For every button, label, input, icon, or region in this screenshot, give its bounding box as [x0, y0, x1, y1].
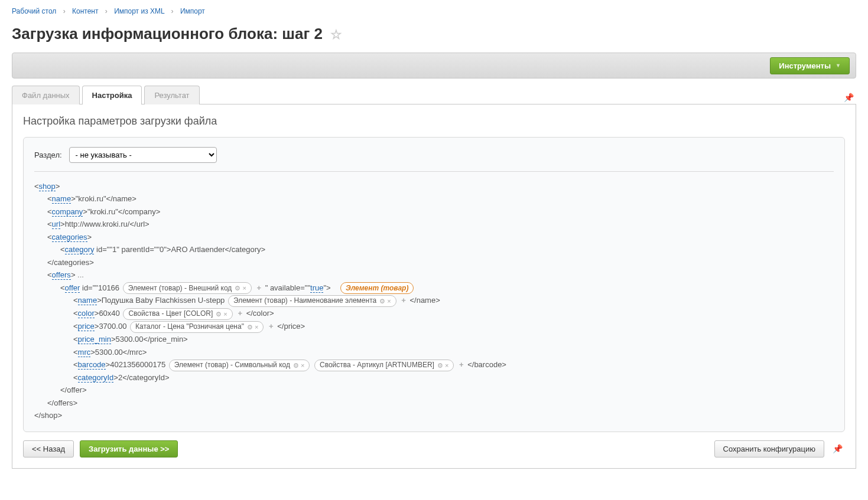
crumb-sep: ›: [63, 7, 66, 15]
pill-artnumber[interactable]: Свойства - Артикул [ARTNUMBER]⚙×: [314, 360, 454, 371]
pill-color-prop[interactable]: Свойства - Цвет [COLOR]⚙×: [123, 308, 232, 320]
add-icon[interactable]: +: [459, 360, 464, 369]
chevron-down-icon: ▼: [836, 63, 841, 68]
tag-company[interactable]: company: [52, 207, 83, 217]
tag-mrc[interactable]: mrc: [78, 348, 91, 357]
add-icon[interactable]: +: [256, 283, 261, 292]
load-data-button[interactable]: Загрузить данные >>: [80, 440, 178, 457]
pill-element-main[interactable]: Элемент (товар): [340, 282, 414, 294]
close-icon[interactable]: ×: [223, 309, 227, 319]
xml-tree: <shop> <name>"kroki.ru"</name> <company>…: [34, 180, 834, 422]
breadcrumb: Рабочий стол › Контент › Импорт из XML ›…: [0, 0, 868, 20]
gear-icon[interactable]: ⚙: [293, 360, 299, 371]
crumb-sep: ›: [171, 7, 174, 15]
footer-row: << Назад Загрузить данные >> Сохранить к…: [23, 440, 845, 457]
gear-icon[interactable]: ⚙: [235, 283, 240, 293]
inner-box: Раздел: - не указывать - <shop> <name>"k…: [23, 137, 845, 432]
gear-icon[interactable]: ⚙: [379, 296, 385, 306]
pill-price[interactable]: Каталог - Цена "Розничная цена"⚙×: [130, 321, 264, 333]
pill-sym-code[interactable]: Элемент (товар) - Символьный код⚙×: [169, 360, 310, 371]
pin-icon[interactable]: 📌: [841, 90, 856, 104]
pill-ext-code[interactable]: Элемент (товар) - Внешний код⚙×: [123, 282, 252, 294]
pill-element-name[interactable]: Элемент (товар) - Наименование элемента⚙…: [228, 295, 396, 307]
gear-icon[interactable]: ⚙: [247, 322, 253, 332]
section-label: Раздел:: [34, 151, 62, 159]
crumb-desktop[interactable]: Рабочий стол: [12, 7, 56, 15]
section-select[interactable]: - не указывать -: [69, 147, 217, 163]
settings-panel: Настройка параметров загрузки файла Разд…: [12, 104, 856, 469]
tab-result[interactable]: Результат: [144, 86, 199, 104]
ellipsis-icon[interactable]: ...: [77, 270, 84, 279]
add-icon[interactable]: +: [238, 309, 242, 318]
back-button[interactable]: << Назад: [23, 440, 74, 457]
toolbar: Инструменты ▼: [12, 53, 856, 79]
tag-url[interactable]: url: [52, 220, 60, 229]
tab-settings[interactable]: Настройка: [82, 86, 142, 104]
crumb-content[interactable]: Контент: [72, 7, 98, 15]
tag-price-min[interactable]: price_min: [78, 335, 111, 344]
tag-category[interactable]: category: [65, 245, 95, 254]
tag-color[interactable]: color: [78, 309, 95, 318]
add-icon[interactable]: +: [269, 322, 274, 331]
crumb-sep: ›: [105, 7, 108, 15]
close-icon[interactable]: ×: [255, 322, 258, 332]
tag-offer[interactable]: offer: [65, 283, 80, 293]
tag-offer-name[interactable]: name: [78, 296, 97, 305]
tag-shop[interactable]: shop: [39, 182, 56, 191]
tag-name[interactable]: name: [52, 194, 71, 204]
save-config-button[interactable]: Сохранить конфигурацию: [714, 440, 824, 457]
add-icon[interactable]: +: [401, 296, 406, 305]
tag-categories[interactable]: categories: [52, 233, 87, 242]
page-title-text: Загрузка информационного блока: шаг 2: [12, 25, 323, 43]
attr-available[interactable]: true: [310, 283, 323, 293]
tabs: Файл данных Настройка Результат 📌: [12, 86, 856, 104]
favorite-star-icon[interactable]: ☆: [330, 27, 342, 42]
tools-button-label: Инструменты: [779, 61, 831, 70]
gear-icon[interactable]: ⚙: [216, 309, 222, 319]
section-field: Раздел: - не указывать -: [34, 147, 834, 172]
pin-icon[interactable]: 📌: [830, 442, 845, 456]
tag-categoryid[interactable]: categoryId: [78, 373, 114, 383]
crumb-import[interactable]: Импорт: [180, 7, 205, 15]
close-icon[interactable]: ×: [445, 360, 448, 371]
panel-title: Настройка параметров загрузки файла: [23, 115, 845, 128]
gear-icon[interactable]: ⚙: [437, 360, 443, 371]
tools-button[interactable]: Инструменты ▼: [770, 57, 850, 74]
tag-price[interactable]: price: [78, 322, 95, 331]
close-icon[interactable]: ×: [387, 296, 391, 306]
crumb-import-xml[interactable]: Импорт из XML: [114, 7, 164, 15]
tag-offers[interactable]: offers: [52, 270, 71, 280]
tab-data-file[interactable]: Файл данных: [12, 86, 80, 104]
close-icon[interactable]: ×: [242, 283, 246, 293]
tag-barcode[interactable]: barcode: [78, 360, 106, 370]
close-icon[interactable]: ×: [301, 360, 304, 371]
page-title: Загрузка информационного блока: шаг 2 ☆: [0, 20, 868, 53]
